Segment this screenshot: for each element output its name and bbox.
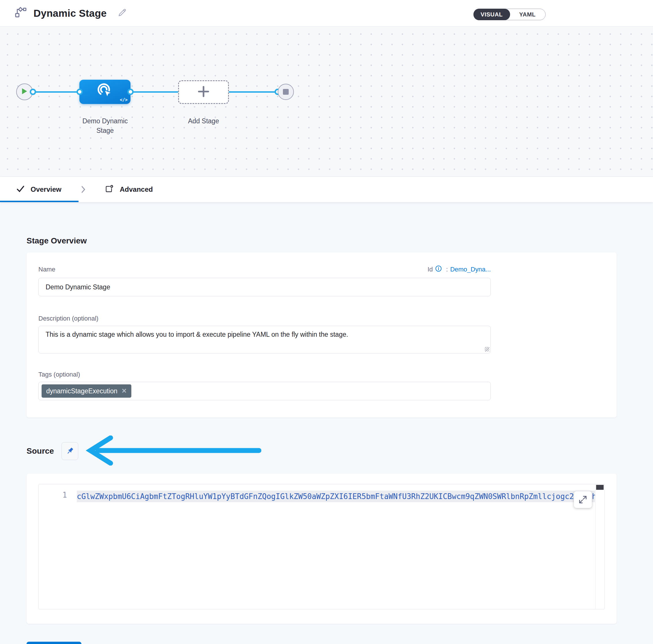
yaml-source-editor[interactable]: 1 cGlwZWxpbmU6CiAgbmFtZTogRHluYW1pYyBTdG…	[39, 484, 605, 609]
stage-node-demo-dynamic-stage[interactable]: </>	[79, 80, 130, 104]
page-title: Dynamic Stage	[33, 7, 107, 19]
tags-label: Tags (optional)	[39, 371, 605, 378]
stage-overview-panel: Stage Overview Name Id : Demo_Dyna... De…	[0, 202, 653, 644]
tab-overview[interactable]: Overview	[16, 185, 62, 194]
info-icon[interactable]	[435, 265, 442, 274]
pipeline-canvas[interactable]: </> Demo Dynamic Stage Add Stage	[0, 27, 653, 177]
editor-scroll-thumb[interactable]	[596, 485, 604, 490]
port-start	[30, 89, 36, 95]
add-stage-node[interactable]	[178, 80, 229, 104]
visual-yaml-toggle[interactable]: VISUAL YAML	[474, 9, 546, 20]
description-textarea[interactable]: This is a dynamic stage which allows you…	[39, 326, 491, 354]
edit-pencil-icon[interactable]	[117, 8, 127, 19]
next-button[interactable]: Next	[27, 642, 81, 644]
active-tab-underline	[0, 201, 78, 202]
description-label: Description (optional)	[39, 315, 605, 322]
page-header: Dynamic Stage VISUAL YAML	[0, 0, 653, 27]
source-heading: Source	[27, 447, 54, 456]
dynamic-stage-icon	[95, 81, 116, 103]
tab-advanced[interactable]: Advanced	[105, 184, 153, 195]
toggle-yaml[interactable]: YAML	[509, 9, 546, 20]
stage-overview-heading: Stage Overview	[27, 202, 616, 245]
play-icon	[21, 88, 28, 96]
expand-editor-button[interactable]	[574, 491, 592, 508]
add-stage-label: Add Stage	[172, 116, 235, 126]
tags-input[interactable]: dynamicStageExecution ✕	[39, 382, 491, 400]
pipeline-end-node	[278, 84, 294, 100]
port-stage-in	[76, 89, 83, 95]
tag-chip-label: dynamicStageExecution	[46, 387, 118, 395]
check-icon	[16, 185, 25, 194]
edge-add-to-end	[229, 91, 278, 93]
stop-icon	[283, 89, 289, 95]
edge-stage-to-add	[130, 91, 178, 93]
tag-chip: dynamicStageExecution ✕	[42, 384, 131, 398]
id-value-link[interactable]: Demo_Dyna...	[450, 266, 491, 273]
chevron-right-icon	[79, 185, 87, 194]
advanced-gear-icon	[105, 184, 114, 195]
stage-node-label: Demo Dynamic Stage	[73, 116, 137, 136]
code-line[interactable]: cGlwZWxpbmU6CiAgbmFtZTogRHluYW1pYyBTdGFn…	[77, 491, 595, 502]
stage-tabbar: Overview Advanced	[0, 177, 653, 202]
tag-remove-icon[interactable]: ✕	[122, 387, 127, 395]
port-stage-out	[127, 89, 134, 95]
name-label: Name	[39, 266, 55, 273]
pin-button[interactable]	[62, 442, 78, 460]
line-number: 1	[39, 491, 77, 502]
tab-advanced-label: Advanced	[120, 185, 153, 193]
tab-overview-label: Overview	[31, 185, 62, 193]
id-colon: :	[446, 266, 448, 273]
source-card: 1 cGlwZWxpbmU6CiAgbmFtZTogRHluYW1pYyBTdG…	[27, 474, 616, 624]
pipeline-stage-icon	[14, 6, 27, 21]
plus-icon	[195, 84, 212, 101]
annotation-arrow-left	[84, 435, 261, 467]
toggle-visual[interactable]: VISUAL	[474, 9, 510, 20]
name-input[interactable]	[39, 278, 491, 296]
id-label: Id	[428, 266, 433, 273]
editor-scrollbar[interactable]	[595, 484, 605, 609]
code-glyph: </>	[120, 97, 128, 102]
edge-start-to-stage	[33, 91, 80, 93]
stage-overview-card: Name Id : Demo_Dyna... Description (opti…	[27, 253, 616, 418]
